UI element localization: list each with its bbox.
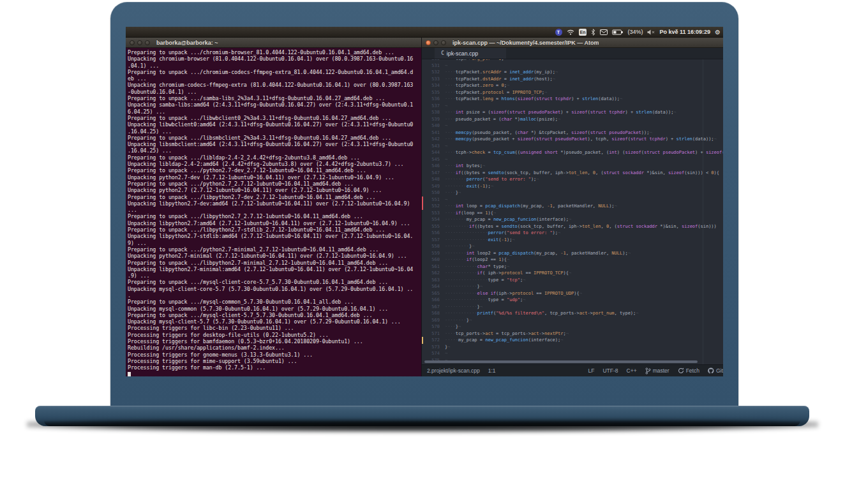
teams-icon[interactable]: T bbox=[555, 29, 562, 36]
code-line: 536····tcpPacket.leng = htons(sizeof(str… bbox=[422, 96, 723, 103]
terminal-line: Processing triggers for libc-bin (2.23-0… bbox=[128, 325, 421, 331]
line-number: 564 bbox=[422, 283, 445, 290]
wifi-icon[interactable] bbox=[567, 29, 574, 35]
laptop-shadow bbox=[27, 420, 818, 432]
status-line-ending[interactable]: LF bbox=[588, 367, 595, 374]
line-number: 567 bbox=[422, 304, 445, 311]
status-github[interactable]: GitHub bbox=[708, 367, 723, 374]
horizontal-scrollbar[interactable] bbox=[424, 360, 698, 363]
code-line: 565············else if(iph->protocol == … bbox=[422, 290, 723, 297]
terminal-line: eb ... bbox=[128, 75, 421, 82]
line-number: 556 bbox=[422, 230, 445, 237]
terminal-line: Preparing to unpack .../libwbclient0_2%3… bbox=[128, 115, 421, 121]
terminal-line: Preparing to unpack .../libpython2.7_2.7… bbox=[128, 213, 421, 219]
code-line: 546····int bytes;¬ bbox=[422, 163, 723, 170]
status-grammar[interactable]: C++ bbox=[627, 367, 637, 374]
bluetooth-icon[interactable] bbox=[591, 29, 595, 36]
c-file-icon: C bbox=[441, 50, 444, 56]
keyboard-layout-indicator[interactable]: En bbox=[579, 29, 587, 36]
session-gear-icon[interactable]: ⚙ bbox=[715, 29, 721, 36]
terminal-line: Preparing to unpack .../libpython2.7-std… bbox=[128, 226, 421, 233]
terminal-line: .9) ... bbox=[128, 272, 421, 279]
code-line: 537¬ bbox=[422, 103, 723, 110]
terminal-line: Processing triggers for man-db (2.7.5-1)… bbox=[128, 364, 421, 371]
terminal-line: Unpacking chromium-codecs-ffmpeg-extra (… bbox=[128, 82, 421, 88]
status-encoding[interactable]: UTF-8 bbox=[602, 367, 618, 374]
terminal-line: Unpacking libwbclient0:amd64 (2:4.3.11+d… bbox=[128, 121, 421, 128]
status-fetch[interactable]: Fetch bbox=[678, 367, 699, 374]
terminal-line: Preparing to unpack .../mysql-client-cor… bbox=[128, 279, 421, 285]
line-number: 531 bbox=[422, 63, 445, 70]
terminal-line: 6.04.25) ... bbox=[128, 108, 421, 115]
branch-icon bbox=[645, 367, 651, 374]
code-line: 561············char* type;¬ bbox=[422, 263, 723, 271]
terminal-line: ... bbox=[128, 207, 421, 213]
code-line: 547····if((bytes = sendto(sock_tcp, buff… bbox=[422, 170, 723, 177]
volume-muted-icon[interactable] bbox=[647, 29, 655, 35]
atom-close-button[interactable] bbox=[426, 40, 431, 45]
status-cursor-position[interactable]: 1:1 bbox=[488, 367, 496, 374]
terminal-line: Preparing to unpack .../samba-libs_2%3a4… bbox=[128, 95, 421, 101]
terminal-line: Unpacking libldap-2.4-2:amd64 (2.4.42+df… bbox=[128, 161, 421, 167]
code-line: 566················type = "udp";¬ bbox=[422, 297, 723, 304]
tab-ipk-scan-cpp[interactable]: C ipk-scan.cpp bbox=[435, 48, 506, 59]
mail-icon[interactable] bbox=[600, 29, 608, 35]
line-number: 542 bbox=[422, 136, 445, 143]
code-line: 560········if(loop2 == 1){¬ bbox=[422, 256, 723, 263]
atom-minimize-button[interactable] bbox=[433, 40, 438, 45]
terminal-title: barborka@barborka: ~ bbox=[156, 40, 218, 46]
terminal-cursor bbox=[128, 372, 131, 376]
terminal-line: Preparing to unpack .../libldap-2.4-2_2.… bbox=[128, 154, 421, 161]
terminal-line: .04.1) ... bbox=[128, 63, 421, 69]
terminal-line: Preparing to unpack .../mysql-common_5.7… bbox=[128, 299, 421, 305]
status-label: master bbox=[653, 367, 669, 374]
terminal-maximize-button[interactable] bbox=[145, 40, 150, 45]
code-line: 535····tcpPacket.protocol = IPPROTO_TCP;… bbox=[422, 89, 723, 96]
clock[interactable]: Po kvě 11 16:09:29 bbox=[659, 29, 710, 35]
terminal-line: Unpacking mysql-client-5.7 (5.7.30-0ubun… bbox=[128, 318, 421, 325]
line-number: 541 bbox=[422, 130, 445, 137]
tab-label: ipk-scan.cpp bbox=[447, 50, 478, 57]
code-line: 551¬ bbox=[422, 196, 723, 204]
line-number: 561 bbox=[422, 263, 445, 271]
line-number: 557 bbox=[422, 237, 445, 244]
line-number: 537 bbox=[422, 103, 445, 110]
code-line: 568············printf("%d/%s filtered\n"… bbox=[422, 310, 723, 317]
status-git-branch[interactable]: master bbox=[645, 367, 669, 374]
code-line: 572·····my_pcap = new_pcap_funcion(inter… bbox=[422, 337, 723, 344]
line-number: 574 bbox=[422, 350, 445, 357]
terminal-titlebar[interactable]: barborka@barborka: ~ bbox=[126, 38, 421, 48]
terminal-window: barborka@barborka: ~ Preparing to unpack… bbox=[126, 38, 421, 376]
line-number: 546 bbox=[422, 163, 445, 170]
terminal-close-button[interactable] bbox=[130, 40, 135, 45]
status-label: LF bbox=[588, 367, 595, 374]
code-line: 573}¬ bbox=[422, 344, 723, 351]
atom-title: ipk-scan.cpp — ~/Dokumenty/4.semester/IP… bbox=[452, 40, 599, 46]
code-line: 532····tcpPacket.srcAddr = inet_addr(my_… bbox=[422, 69, 723, 76]
terminal-line: Rebuilding /usr/share/applications/bamf-… bbox=[128, 345, 421, 351]
line-number: 565 bbox=[422, 290, 445, 297]
system-tray: T En (34%) bbox=[555, 27, 721, 37]
terminal-minimize-button[interactable] bbox=[137, 40, 142, 45]
terminal-output[interactable]: Preparing to unpack .../chromium-browser… bbox=[126, 48, 421, 376]
terminal-line: Unpacking chromium-browser (81.0.4044.12… bbox=[128, 56, 421, 62]
code-line: 545¬ bbox=[422, 156, 723, 163]
line-number: 551 bbox=[422, 196, 445, 204]
battery-icon[interactable] bbox=[612, 29, 623, 35]
line-number: 543 bbox=[422, 143, 445, 150]
line-number: 536 bbox=[422, 96, 445, 103]
line-number: 573 bbox=[422, 344, 445, 351]
line-number: 560 bbox=[422, 256, 445, 263]
editor-area[interactable]: 530····tcph->urg_ptr = 0;¬531¬532····tcp… bbox=[422, 59, 723, 364]
atom-maximize-button[interactable] bbox=[441, 40, 446, 45]
code-line: 558·········}¬ bbox=[422, 243, 723, 250]
code-line: 544····tcph->check = tcp_csum((unsigned … bbox=[422, 149, 723, 156]
terminal-line: Preparing to unpack .../mysql-client-5.7… bbox=[128, 312, 421, 318]
code-line: 559········int loop2 = pcap_dispatch(my_… bbox=[422, 250, 723, 257]
atom-titlebar[interactable]: ipk-scan.cpp — ~/Dokumenty/4.semester/IP… bbox=[422, 38, 723, 48]
line-number: 539 bbox=[422, 116, 445, 123]
laptop-screen: T En (34%) bbox=[126, 27, 723, 376]
terminal-line: Processing triggers for bamfdaemon (0.5.… bbox=[128, 338, 421, 345]
code-line: 555·········if((bytes = sendto(sock_tcp,… bbox=[422, 223, 723, 230]
status-file-path[interactable]: 2.projekt/ipk-scan.cpp bbox=[427, 367, 480, 374]
